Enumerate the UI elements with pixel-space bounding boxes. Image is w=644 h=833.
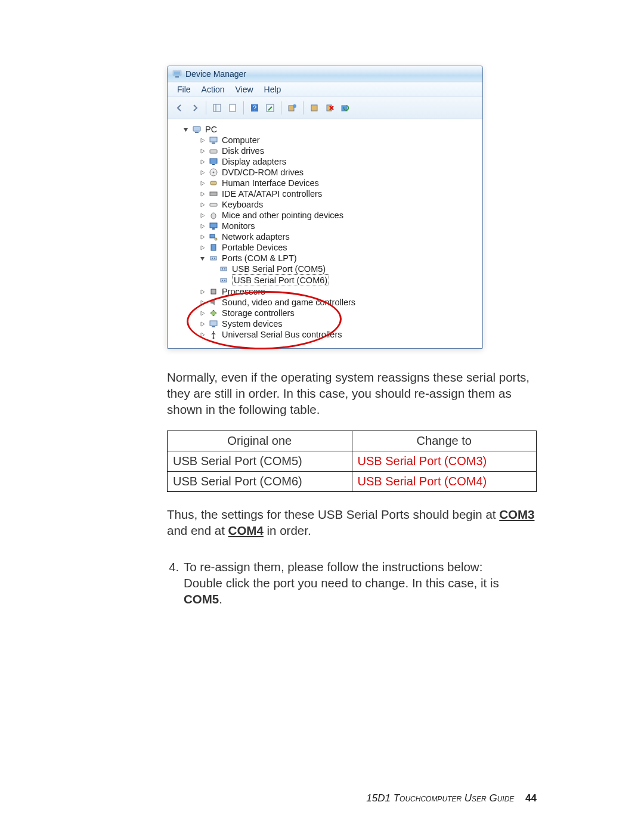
caret-right-icon [200, 159, 205, 165]
tree-item-computer[interactable]: Computer [200, 135, 476, 145]
svg-rect-19 [210, 159, 217, 163]
svg-rect-14 [193, 126, 200, 131]
svg-rect-2 [175, 76, 179, 78]
svg-rect-27 [210, 223, 217, 228]
toolbar-separator [206, 101, 206, 114]
tree-item-hid[interactable]: Human Interface Devices [200, 178, 476, 188]
monitor-icon [209, 221, 218, 231]
help-button[interactable]: ? [247, 101, 262, 115]
svg-rect-42 [210, 321, 217, 326]
tree-item-processors[interactable]: Processors [200, 286, 476, 297]
svg-rect-37 [224, 268, 225, 270]
update-driver-button[interactable] [285, 101, 299, 115]
tree-label: PC [205, 124, 217, 135]
footer-guide-name: 15D1 Touchcomputer User Guide [366, 792, 514, 804]
tree-label: Ports (COM & LPT) [222, 253, 297, 264]
paragraph: Thus, the settings for these USB Serial … [167, 506, 537, 538]
svg-rect-18 [210, 150, 217, 153]
forward-button[interactable] [188, 101, 202, 115]
menu-help[interactable]: Help [259, 85, 286, 94]
tree-label: Portable Devices [222, 242, 287, 253]
svg-rect-24 [210, 192, 217, 196]
window-title: Device Manager [185, 69, 246, 79]
tree-item-display[interactable]: Display adapters [200, 156, 476, 167]
svg-point-26 [211, 213, 216, 219]
table-header: Original one [168, 431, 352, 451]
svg-text:?: ? [253, 104, 256, 112]
cpu-icon [209, 287, 218, 296]
tree-item-disk[interactable]: Disk drives [200, 145, 476, 156]
tree-item-mouse[interactable]: Mice and other pointing devices [200, 210, 476, 221]
svg-point-22 [213, 172, 215, 174]
svg-rect-11 [311, 105, 317, 111]
tree-label: Human Interface Devices [222, 178, 319, 188]
hid-icon [209, 178, 218, 188]
tree-item-keyboard[interactable]: Keyboards [200, 199, 476, 210]
tree-item-com6[interactable]: USB Serial Port (COM6) [219, 274, 476, 286]
svg-rect-40 [224, 280, 225, 281]
disk-icon [209, 146, 218, 156]
computer-icon [172, 70, 182, 78]
caret-down-icon [200, 256, 205, 261]
display-icon [209, 157, 218, 166]
network-icon [209, 232, 218, 241]
tree-label: Network adapters [222, 231, 290, 242]
instruction-list: To re-assign them, please follow the ins… [167, 559, 537, 607]
tree-item-dvd[interactable]: DVD/CD-ROM drives [200, 167, 476, 178]
table-cell: USB Serial Port (COM3) [352, 451, 537, 472]
menu-view[interactable]: View [230, 85, 258, 94]
tree-item-system[interactable]: System devices [200, 318, 476, 329]
caret-right-icon [200, 245, 205, 250]
tree-item-sound[interactable]: Sound, video and game controllers [200, 297, 476, 308]
keyboard-icon [209, 200, 218, 209]
tree-item-network[interactable]: Network adapters [200, 231, 476, 242]
enable-button[interactable] [307, 101, 321, 115]
svg-rect-36 [222, 268, 223, 270]
tree-label: Mice and other pointing devices [222, 210, 343, 221]
svg-rect-3 [213, 104, 221, 112]
computer-icon [192, 125, 202, 134]
caret-right-icon [200, 213, 205, 218]
paragraph: Normally, even if the operating system r… [167, 369, 537, 417]
uninstall-button[interactable] [323, 101, 337, 115]
tree-item-monitor[interactable]: Monitors [200, 221, 476, 231]
caret-right-icon [200, 289, 205, 295]
svg-rect-16 [210, 137, 217, 142]
refresh-button[interactable] [338, 101, 352, 115]
tree-label: Universal Serial Bus controllers [222, 329, 342, 340]
menu-action[interactable]: Action [197, 85, 230, 94]
port-icon [209, 253, 218, 263]
tree-item-ide[interactable]: IDE ATA/ATAPI controllers [200, 188, 476, 199]
svg-rect-17 [212, 143, 215, 144]
svg-rect-20 [212, 164, 215, 165]
storage-icon [209, 308, 218, 318]
page-footer: 15D1 Touchcomputer User Guide 44 [0, 792, 537, 804]
back-button[interactable] [172, 101, 187, 115]
tree-item-com5[interactable]: USB Serial Port (COM5) [219, 264, 476, 274]
svg-rect-41 [211, 289, 216, 294]
tree-item-storage[interactable]: Storage controllers [200, 308, 476, 318]
ide-icon [209, 189, 218, 199]
scan-button[interactable] [263, 101, 277, 115]
tree-item-portable[interactable]: Portable Devices [200, 242, 476, 253]
tree-root[interactable]: PC [183, 124, 476, 135]
menu-file[interactable]: File [172, 85, 196, 94]
portable-icon [209, 243, 218, 252]
port-mapping-table: Original one Change to USB Serial Port (… [167, 431, 537, 492]
tree-item-usb[interactable]: Universal Serial Bus controllers [200, 329, 476, 340]
tree-label: Sound, video and game controllers [222, 297, 355, 308]
properties-button[interactable] [225, 101, 240, 115]
tree-item-ports[interactable]: Ports (COM & LPT) [200, 253, 476, 264]
device-manager-window: Device Manager File Action View Help ? [167, 66, 483, 349]
caret-right-icon [200, 300, 205, 305]
tree-label: Computer [222, 135, 260, 145]
show-hide-button[interactable] [210, 101, 224, 115]
usb-icon [209, 330, 218, 339]
tree-label: IDE ATA/ATAPI controllers [222, 188, 322, 199]
window-titlebar[interactable]: Device Manager [168, 66, 482, 82]
tree-label: USB Serial Port (COM6) [232, 274, 329, 286]
svg-rect-35 [221, 267, 227, 271]
caret-down-icon [183, 127, 188, 132]
caret-right-icon [200, 202, 205, 208]
toolbar: ? [168, 97, 482, 119]
